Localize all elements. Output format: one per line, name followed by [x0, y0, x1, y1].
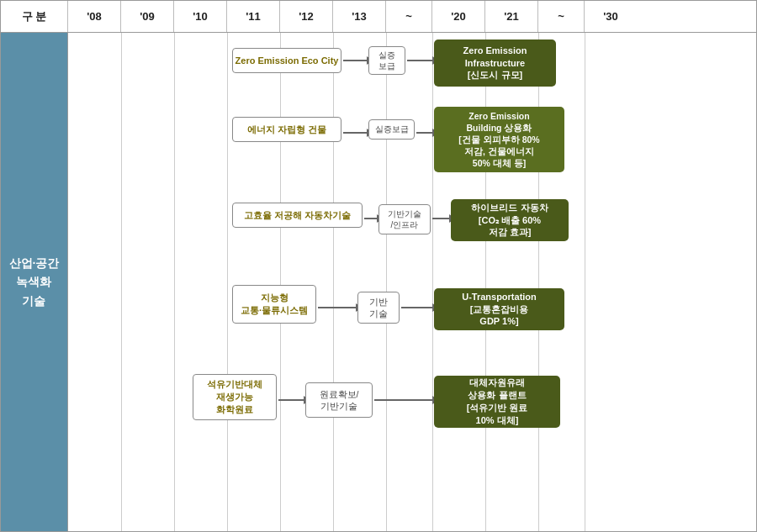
header-08: '08 [68, 1, 121, 32]
timeline-area: Zero Emission Eco City 실증보급 Zero Emissio… [68, 33, 756, 531]
sidebar: 산업·공간녹색화기술 [1, 33, 68, 531]
row4-end-box: U-Transportation[교통혼잡비용GDP 1%] [434, 288, 564, 330]
row5-arrow2 [374, 396, 439, 404]
header-12: '12 [280, 1, 333, 32]
row4-arrow1 [318, 303, 363, 312]
header-09: '09 [121, 1, 174, 32]
row3-end-box: 하이브리드 자동차[CO₂ 배출 60%저감 효과] [451, 199, 569, 241]
sidebar-label: 산업·공간녹색화기술 [9, 254, 60, 310]
header-10: '10 [174, 1, 227, 32]
chart-container: 구 분 '08 '09 '10 '11 '12 '13 ~ '20 '21 ~ … [0, 0, 757, 532]
body-row: 산업·공간녹색화기술 Zero Emission E [1, 33, 756, 531]
row2-mid-box: 실증보급 [368, 119, 415, 140]
row2-start-box: 에너지 자립형 건물 [232, 117, 341, 142]
header-tilde1: ~ [386, 1, 432, 32]
row4-start-box: 지능형교통·물류시스템 [232, 285, 316, 324]
row5-start-box: 석유기반대체재생가능화학원료 [193, 374, 277, 420]
header-30: '30 [585, 1, 637, 32]
header-row: 구 분 '08 '09 '10 '11 '12 '13 ~ '20 '21 ~ … [1, 1, 756, 33]
row1-mid-box: 실증보급 [368, 46, 405, 75]
header-20: '20 [432, 1, 485, 32]
row5-mid-box: 원료확보/기반기술 [305, 382, 373, 418]
header-tilde2: ~ [538, 1, 585, 32]
header-21: '21 [485, 1, 538, 32]
row1-start-box: Zero Emission Eco City [232, 48, 341, 73]
header-13: '13 [333, 1, 386, 32]
row4-mid-box: 기반기술 [357, 292, 400, 324]
row3-start-box: 고효율 저공해 자동차기술 [232, 203, 363, 228]
timeline-rows: Zero Emission Eco City 실증보급 Zero Emissio… [68, 33, 756, 531]
row3-mid-box: 기반기술/인프라 [378, 204, 431, 234]
header-11: '11 [227, 1, 280, 32]
header-col-label: 구 분 [1, 1, 68, 32]
row1-end-box: Zero EmissionInfrastructure[신도시 규모] [434, 40, 556, 87]
row5-end-box: 대체자원유래상용화 플랜트[석유기반 원료10% 대체] [434, 376, 560, 428]
row2-end-box: Zero EmissionBuilding 상용화[건물 외피부하 80%저감,… [434, 107, 564, 172]
